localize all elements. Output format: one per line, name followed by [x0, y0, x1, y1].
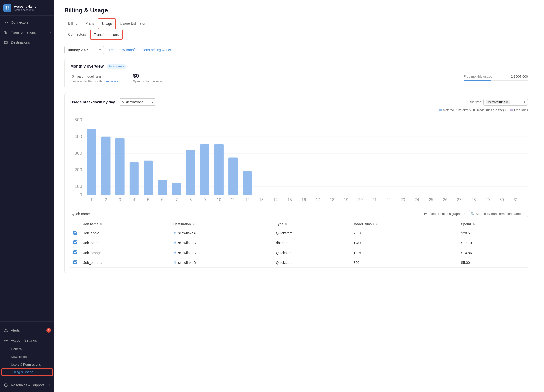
svg-line-11 — [6, 32, 7, 33]
svg-text:11: 11 — [231, 198, 235, 202]
svg-text:21: 21 — [372, 198, 377, 202]
sidebar-bottom: Alerts 1 Account Settings — General Down… — [0, 324, 54, 392]
bar-5 — [144, 161, 153, 195]
free-usage-label: Free monthly usage 2,100/5,000 — [464, 75, 528, 78]
jobs-table: Job name ⇅ Destination ⇅ Type ⇅ — [70, 220, 528, 268]
sidebar-item-resources[interactable]: Resources & Support + — [0, 380, 54, 390]
row-checkbox-3[interactable] — [73, 250, 77, 254]
job-name-2: Job_pear — [80, 238, 170, 248]
svg-text:9: 9 — [204, 198, 206, 202]
snowflake-icon-1: ❄ — [173, 231, 177, 235]
col-type: Type ⇅ — [273, 220, 350, 228]
resources-label: Resources & Support — [11, 383, 49, 387]
model-runs-1: 7,350 — [351, 228, 458, 238]
sidebar-item-connectors[interactable]: Connectors — [0, 18, 54, 27]
account-settings-label: Account Settings — [11, 338, 47, 342]
sidebar-item-destinations[interactable]: Destinations — [0, 37, 54, 47]
run-type-tag: Metered runs × — [486, 100, 510, 104]
run-type-tag-close[interactable]: × — [506, 100, 508, 104]
run-type-dropdown[interactable]: Metered runs × ▼ — [483, 99, 528, 106]
sidebar-sub-general[interactable]: General — [0, 345, 54, 353]
sidebar-sub-billing-usage[interactable]: Billing & Usage — [1, 368, 53, 376]
bar-9 — [200, 144, 209, 195]
sort-job-name[interactable]: ⇅ — [100, 223, 102, 226]
resources-icon — [3, 383, 8, 388]
sub-tab-connectors[interactable]: Connectors — [64, 29, 90, 40]
row-checkbox-4[interactable] — [73, 260, 77, 264]
search-input[interactable] — [469, 210, 528, 217]
tab-plans[interactable]: Plans — [81, 18, 98, 29]
see-details-link[interactable]: See details — [103, 80, 118, 83]
legend-free-dot — [510, 109, 513, 111]
switch-accounts-link[interactable]: Switch Accounts — [14, 8, 36, 11]
row-checkbox-2[interactable] — [73, 240, 77, 244]
legend-free-label: Free Runs — [514, 109, 528, 112]
svg-rect-2 — [6, 8, 7, 10]
svg-text:15: 15 — [287, 198, 292, 202]
month-select[interactable]: January 2025 December 2024 November 2024 — [64, 46, 104, 54]
svg-text:0: 0 — [80, 192, 82, 197]
job-name-3: Job_orange — [80, 248, 170, 258]
table-header-row-tr: Job name ⇅ Destination ⇅ Type ⇅ — [70, 220, 528, 228]
month-select-wrapper: January 2025 December 2024 November 2024 — [64, 46, 104, 54]
graphed-info-icon[interactable]: ℹ — [464, 212, 466, 216]
sidebar-nav: Connectors Transformations › — [0, 16, 54, 319]
sort-type[interactable]: ⇅ — [285, 223, 287, 226]
row-checkbox-1[interactable] — [73, 231, 77, 235]
sidebar: Account Name Switch Accounts Connectors — [0, 0, 54, 392]
run-type-dropdown-chevron: ▼ — [523, 101, 526, 103]
tab-usage[interactable]: Usage — [98, 18, 116, 29]
bar-4 — [130, 162, 139, 195]
connectors-icon — [3, 20, 8, 25]
sidebar-item-account-settings[interactable]: Account Settings — — [0, 335, 54, 345]
svg-text:10: 10 — [217, 198, 221, 202]
svg-line-10 — [5, 32, 6, 33]
table-row: Job_apple ❄ snowflakeA Quickstart 7,350 … — [70, 228, 528, 238]
svg-text:27: 27 — [457, 198, 462, 202]
sort-spend[interactable]: ⇅ — [473, 223, 475, 226]
table-body: Job_apple ❄ snowflakeA Quickstart 7,350 … — [70, 228, 528, 268]
svg-text:4: 4 — [133, 198, 135, 202]
svg-text:23: 23 — [401, 198, 405, 202]
legend-row: Metered Runs (first 5,000 model runs are… — [70, 109, 528, 112]
tab-usage-estimator[interactable]: Usage Estimator — [116, 18, 149, 29]
sub-tab-transformations[interactable]: Transformations — [90, 30, 123, 40]
svg-text:400: 400 — [74, 134, 82, 139]
destinations-select-wrapper: All destinations — [119, 98, 156, 106]
svg-point-15 — [5, 340, 7, 341]
svg-rect-3 — [8, 8, 9, 10]
svg-text:1: 1 — [91, 198, 93, 202]
destination-1: ❄ snowflakeA — [170, 228, 273, 238]
destinations-select[interactable]: All destinations — [119, 98, 156, 106]
downloads-label: Downloads — [11, 355, 27, 359]
sort-destination[interactable]: ⇅ — [192, 223, 194, 226]
sidebar-sub-downloads[interactable]: Downloads — [0, 353, 54, 361]
progress-bar-fill — [464, 80, 491, 81]
svg-text:5: 5 — [147, 198, 149, 202]
row-checkbox-cell-4 — [70, 258, 80, 268]
sidebar-item-alerts[interactable]: Alerts 1 — [0, 326, 54, 335]
account-header[interactable]: Account Name Switch Accounts — [0, 0, 54, 16]
model-runs-2: 1,400 — [351, 238, 458, 248]
tab-billing[interactable]: Billing — [64, 18, 81, 29]
table-row: Job_orange ❄ snowflakeC Quickstart 1,070… — [70, 248, 528, 258]
table-head: Job name ⇅ Destination ⇅ Type ⇅ — [70, 220, 528, 228]
sidebar-sub-users-permissions[interactable]: Users & Permissions — [0, 361, 54, 368]
breakdown-header: Usage breakdown by day All destinations … — [70, 98, 528, 106]
svg-rect-1 — [8, 6, 9, 8]
sidebar-item-transformations[interactable]: Transformations › — [0, 27, 54, 37]
model-runs-info-icon[interactable]: ℹ — [373, 222, 374, 226]
search-icon: 🔍 — [471, 212, 474, 216]
transformations-chevron-icon: › — [50, 31, 51, 34]
legend-info-icon[interactable]: ℹ — [505, 109, 506, 112]
model-runs-4: 320 — [351, 258, 458, 268]
spend-1: $20.54 — [458, 228, 528, 238]
col-spend: Spend ⇅ — [458, 220, 528, 228]
destinations-icon — [3, 40, 8, 45]
col-model-runs: Model Runs ℹ ⇅ — [351, 220, 458, 228]
sort-model-runs[interactable]: ⇅ — [375, 223, 377, 226]
bar-10 — [214, 144, 224, 195]
learn-link[interactable]: Learn how transformations pricing works — [109, 48, 171, 52]
svg-point-14 — [6, 331, 6, 331]
run-type-label: Run type — [469, 100, 481, 104]
